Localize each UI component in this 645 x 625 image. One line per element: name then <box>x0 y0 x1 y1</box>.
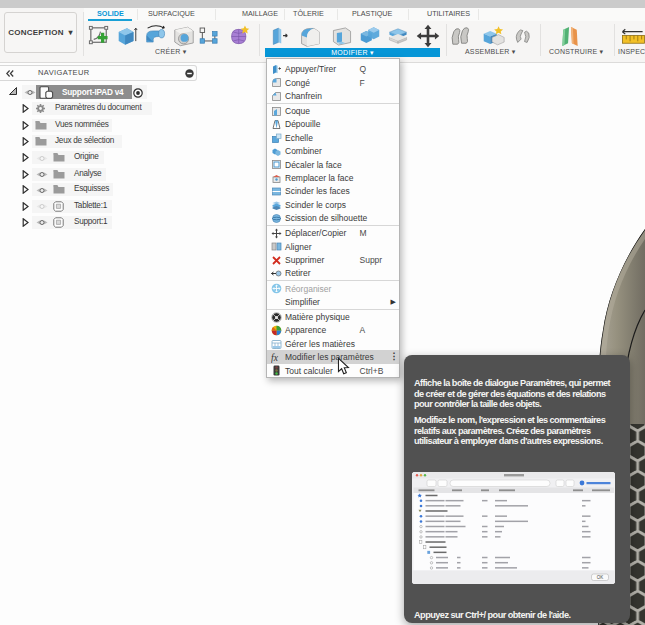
svg-text:OK: OK <box>596 575 603 580</box>
svg-text:fx: fx <box>271 353 279 363</box>
